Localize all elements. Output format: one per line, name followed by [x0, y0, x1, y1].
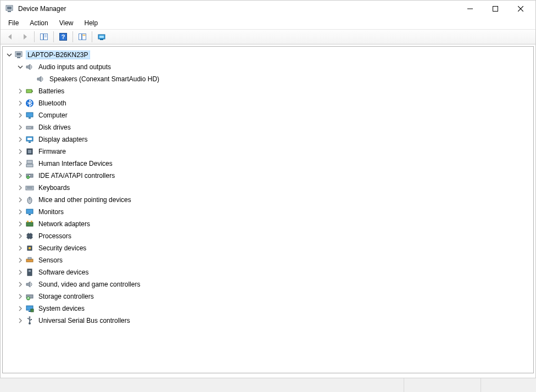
chevron-right-icon[interactable] — [16, 147, 25, 156]
network-icon — [25, 219, 35, 229]
disk-icon — [25, 122, 35, 132]
tree-category[interactable]: Security devices — [3, 242, 533, 254]
svg-rect-18 — [17, 57, 20, 58]
status-cell — [0, 378, 404, 392]
mouse-icon — [25, 195, 35, 205]
tree-category[interactable]: Display adapters — [3, 133, 533, 145]
chevron-right-icon[interactable] — [16, 183, 25, 192]
chevron-right-icon[interactable] — [16, 304, 25, 313]
cpu-icon — [25, 231, 35, 241]
tree-category[interactable]: System devices — [3, 303, 533, 315]
svg-rect-45 — [31, 221, 32, 222]
tree-category[interactable]: Processors — [3, 230, 533, 242]
menubar: File Action View Help — [1, 17, 535, 29]
tree-category-label[interactable]: Disk drives — [37, 123, 72, 132]
tree-device-speakers[interactable]: Speakers (Conexant SmartAudio HD) — [3, 73, 533, 85]
tree-category[interactable]: Universal Serial Bus controllers — [3, 315, 533, 327]
chevron-right-icon[interactable] — [16, 220, 25, 228]
tree-category-label[interactable]: System devices — [37, 304, 86, 313]
tree-category-label[interactable]: Monitors — [37, 208, 65, 216]
chevron-right-icon[interactable] — [16, 135, 25, 144]
menu-help[interactable]: Help — [80, 18, 103, 28]
tree-category[interactable]: Firmware — [3, 145, 533, 158]
tree-category-label[interactable]: Batteries — [37, 87, 66, 96]
tree-category-label[interactable]: Computer — [37, 111, 69, 120]
chevron-right-icon[interactable] — [16, 123, 25, 132]
tree-category-label[interactable]: IDE ATA/ATAPI controllers — [37, 171, 116, 180]
chevron-right-icon[interactable] — [16, 232, 25, 240]
tree-category-label[interactable]: Audio inputs and outputs — [37, 63, 113, 71]
chevron-right-icon[interactable] — [16, 316, 25, 325]
tree-category[interactable]: Disk drives — [3, 121, 533, 133]
chevron-right-icon[interactable] — [16, 171, 25, 180]
device-tree[interactable]: LAPTOP-B26KN23P Audio inputs and outputs… — [2, 46, 534, 373]
back-button[interactable] — [4, 30, 17, 43]
tree-category[interactable]: Network adapters — [3, 218, 533, 230]
chevron-right-icon[interactable] — [16, 87, 25, 96]
menu-action[interactable]: Action — [25, 18, 52, 28]
tree-category[interactable]: Mice and other pointing devices — [3, 194, 533, 206]
tree-category[interactable]: Sensors — [3, 254, 533, 266]
svg-rect-22 — [26, 113, 33, 117]
tree-category-label[interactable]: Universal Serial Bus controllers — [37, 316, 132, 325]
tree-category-label[interactable]: Keyboards — [37, 183, 71, 192]
tree-category-label[interactable]: Sensors — [37, 256, 64, 265]
tree-category[interactable]: Batteries — [3, 85, 533, 97]
svg-rect-23 — [29, 117, 31, 119]
tree-category-label[interactable]: Sound, video and game controllers — [37, 280, 142, 289]
svg-rect-59 — [27, 269, 32, 276]
tree-category-label[interactable]: Network adapters — [37, 220, 92, 228]
chevron-right-icon[interactable] — [16, 280, 25, 289]
chevron-down-icon[interactable] — [16, 63, 25, 71]
tree-root-node[interactable]: LAPTOP-B26KN23P — [3, 49, 533, 61]
chevron-right-icon[interactable] — [16, 256, 25, 265]
tree-category[interactable]: Keyboards — [3, 182, 533, 194]
close-button[interactable] — [508, 1, 533, 17]
forward-button[interactable] — [18, 30, 31, 43]
menu-file[interactable]: File — [4, 18, 23, 28]
chevron-right-icon[interactable] — [16, 99, 25, 108]
tree-category-label[interactable]: Security devices — [37, 244, 88, 253]
tree-category[interactable]: IDE ATA/ATAPI controllers — [3, 170, 533, 182]
tree-category[interactable]: Human Interface Devices — [3, 158, 533, 170]
chevron-down-icon[interactable] — [5, 51, 14, 59]
chevron-right-icon[interactable] — [16, 292, 25, 301]
maximize-button[interactable] — [483, 1, 508, 17]
tree-category-label[interactable]: Bluetooth — [37, 99, 68, 108]
svg-rect-60 — [29, 270, 31, 272]
svg-rect-58 — [28, 257, 31, 259]
tree-root-label[interactable]: LAPTOP-B26KN23P — [26, 51, 90, 59]
console-tree-button[interactable] — [37, 30, 51, 43]
tree-category-label[interactable]: Software devices — [37, 268, 90, 277]
chevron-right-icon[interactable] — [16, 159, 25, 168]
tree-category[interactable]: Bluetooth — [3, 97, 533, 109]
chevron-right-icon[interactable] — [16, 268, 25, 277]
tree-category-label[interactable]: Human Interface Devices — [37, 159, 114, 168]
menu-view[interactable]: View — [55, 18, 78, 28]
chevron-right-icon[interactable] — [16, 244, 25, 253]
minimize-button[interactable] — [457, 1, 483, 17]
tree-category-label[interactable]: Mice and other pointing devices — [37, 195, 133, 204]
scan-hardware-button[interactable] — [95, 30, 108, 43]
tree-category-label[interactable]: Storage controllers — [37, 292, 96, 301]
tree-category-label[interactable]: Processors — [37, 232, 73, 240]
chevron-right-icon[interactable] — [16, 195, 25, 204]
tree-category-audio[interactable]: Audio inputs and outputs — [3, 61, 533, 73]
help-button[interactable]: ? — [57, 30, 70, 43]
tree-category[interactable]: Computer — [3, 109, 533, 121]
chevron-right-icon[interactable] — [16, 111, 25, 120]
bluetooth-icon — [25, 98, 35, 108]
svg-rect-56 — [29, 247, 31, 249]
tree-category[interactable]: Monitors — [3, 206, 533, 218]
system-icon — [25, 304, 35, 313]
properties-button[interactable] — [76, 30, 89, 43]
ide-icon — [25, 171, 35, 181]
tree-category-label[interactable]: Firmware — [37, 147, 68, 156]
tree-device-label[interactable]: Speakers (Conexant SmartAudio HD) — [48, 75, 161, 83]
tree-category[interactable]: Storage controllers — [3, 290, 533, 303]
chevron-right-icon[interactable] — [16, 208, 25, 216]
tree-category[interactable]: Sound, video and game controllers — [3, 278, 533, 290]
tree-category[interactable]: Software devices — [3, 266, 533, 278]
tree-category-label[interactable]: Display adapters — [37, 135, 89, 144]
speaker-icon — [25, 62, 35, 72]
